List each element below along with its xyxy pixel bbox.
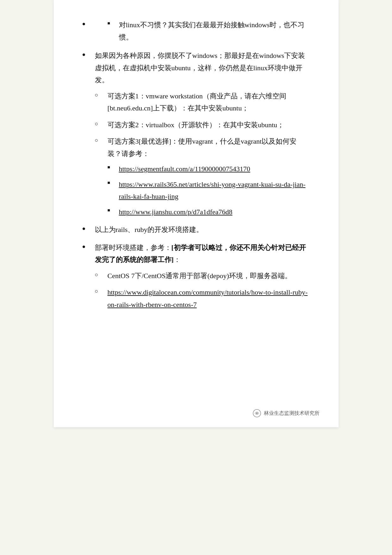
- list-item-deploy: 部署时环境搭建，参考：[初学者可以略过，你还不用关心针对已经开发完了的系统的部署…: [82, 242, 310, 311]
- list-item-digitalocean: https://www.digitalocean.com/community/t…: [95, 286, 310, 311]
- main-content: ■ 对linux不习惯？其实我们在最最开始接触windows时，也不习惯。 如果…: [82, 19, 310, 311]
- vagrant-links-list: https://segmentfault.com/a/1190000007543…: [108, 163, 310, 218]
- deploy-sublist: CentOS 7下/CentOS通常用于部署(depoy)环境，即服务器端。 h…: [95, 270, 310, 311]
- list-item-centos: CentOS 7下/CentOS通常用于部署(depoy)环境，即服务器端。: [95, 270, 310, 282]
- link-rails365[interactable]: https://www.rails365.net/articles/shi-yo…: [119, 180, 306, 201]
- list-item-rails365: https://www.rails365.net/articles/shi-yo…: [108, 178, 310, 203]
- list-item-vagrant: 可选方案3[最优选择]：使用vagrant，什么是vagrant以及如何安装？请…: [95, 135, 310, 218]
- virtualbox-text: 可选方案2：virtualbox（开源软件）：在其中安装ubuntu；: [108, 121, 284, 129]
- link-segmentfault[interactable]: https://segmentfault.com/a/1190000007543…: [119, 165, 250, 173]
- vmware-text: 可选方案1：vmware workstation（商业产品，请在六维空间[bt.…: [108, 92, 286, 112]
- main-list: ■ 对linux不习惯？其实我们在最最开始接触windows时，也不习惯。 如果…: [82, 19, 310, 311]
- list-item-jianshu: http://www.jianshu.com/p/d7a1dfea76d8: [108, 206, 310, 218]
- svg-point-1: [256, 413, 258, 414]
- linux-text: 对linux不习惯？其实我们在最最开始接触windows时，也不习惯。: [119, 21, 305, 41]
- list-item-vmware: 可选方案1：vmware workstation（商业产品，请在六维空间[bt.…: [95, 90, 310, 115]
- link-jianshu[interactable]: http://www.jianshu.com/p/d7a1dfea76d8: [119, 208, 233, 216]
- list-item-linux: ■ 对linux不习惯？其实我们在最最开始接触windows时，也不习惯。: [82, 19, 310, 43]
- footer: 林业生态监测技术研究所: [252, 409, 320, 418]
- deploy-text-colon: ：: [174, 256, 181, 264]
- centos-text: CentOS 7下/CentOS通常用于部署(depoy)环境，即服务器端。: [108, 272, 292, 280]
- page: ■ 对linux不习惯？其实我们在最最开始接触windows时，也不习惯。 如果…: [54, 0, 339, 427]
- footer-text: 林业生态监测技术研究所: [264, 410, 320, 417]
- rails-ruby-text: 以上为rails、ruby的开发环境搭建。: [95, 226, 203, 234]
- list-item-segmentfault: https://segmentfault.com/a/1190000007543…: [108, 163, 310, 175]
- windows-sublist: 可选方案1：vmware workstation（商业产品，请在六维空间[bt.…: [95, 90, 310, 218]
- footer-logo-icon: [252, 409, 261, 418]
- list-item-windows: 如果因为各种原因，你摆脱不了windows；那最好是在windows下安装虚拟机…: [82, 50, 310, 218]
- list-item-virtualbox: 可选方案2：virtualbox（开源软件）：在其中安装ubuntu；: [95, 119, 310, 131]
- link-digitalocean[interactable]: https://www.digitalocean.com/community/t…: [108, 288, 308, 309]
- vagrant-text: 可选方案3[最优选择]：使用vagrant，什么是vagrant以及如何安装？请…: [108, 137, 297, 158]
- windows-text: 如果因为各种原因，你摆脱不了windows；那最好是在windows下安装虚拟机…: [95, 52, 305, 84]
- deploy-text-before: 部署时环境搭建，参考：: [95, 244, 171, 252]
- list-item-rails-ruby: 以上为rails、ruby的开发环境搭建。: [82, 224, 310, 236]
